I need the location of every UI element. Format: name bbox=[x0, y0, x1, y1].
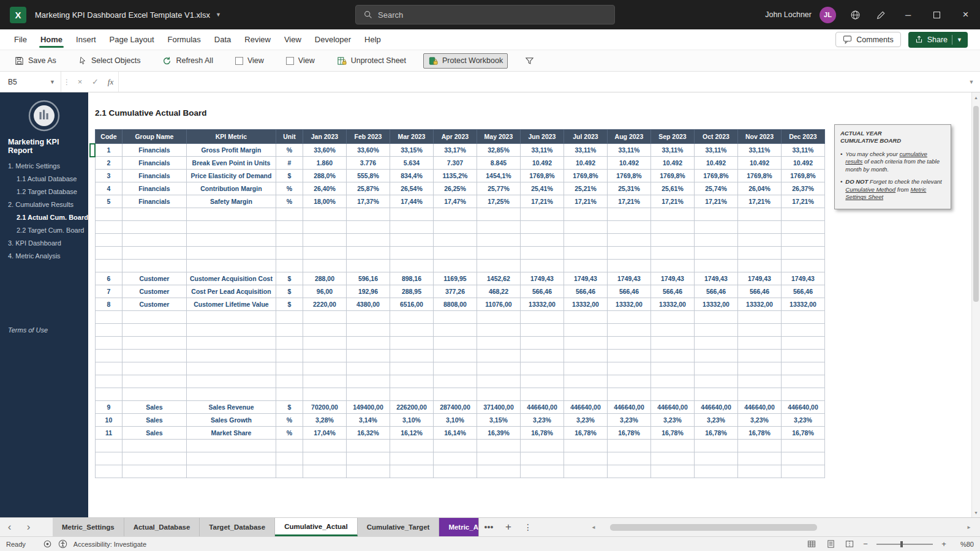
cell[interactable] bbox=[477, 465, 520, 478]
cell[interactable]: $ bbox=[276, 401, 303, 414]
cell[interactable] bbox=[390, 388, 433, 401]
sheet-tab-target-database[interactable]: Target_Database bbox=[200, 518, 275, 536]
cell[interactable] bbox=[564, 440, 607, 452]
zoom-slider[interactable] bbox=[876, 544, 933, 545]
cell[interactable] bbox=[650, 234, 694, 247]
cell[interactable]: 446640,00 bbox=[607, 401, 650, 414]
cell[interactable] bbox=[564, 375, 607, 388]
scroll-down-icon[interactable]: ▼ bbox=[972, 508, 980, 517]
cell[interactable] bbox=[95, 260, 122, 272]
cell[interactable] bbox=[781, 350, 824, 362]
cell[interactable] bbox=[477, 375, 520, 388]
cell[interactable] bbox=[781, 208, 824, 221]
cell[interactable]: Sales Growth bbox=[186, 414, 276, 427]
cell[interactable] bbox=[95, 247, 122, 260]
cell[interactable]: % bbox=[276, 182, 303, 195]
cell[interactable]: 287400,00 bbox=[433, 401, 477, 414]
cell[interactable] bbox=[737, 247, 781, 260]
cell[interactable]: 17,37% bbox=[346, 195, 390, 208]
vertical-scroll-track[interactable] bbox=[972, 102, 980, 508]
cell[interactable] bbox=[694, 362, 737, 375]
cell[interactable]: 17,21% bbox=[520, 195, 564, 208]
cell[interactable]: 13332,00 bbox=[520, 298, 564, 311]
cell[interactable]: 1769,8% bbox=[781, 170, 824, 182]
cell[interactable] bbox=[564, 350, 607, 362]
cell[interactable] bbox=[276, 388, 303, 401]
cell[interactable] bbox=[346, 311, 390, 324]
cell[interactable]: 8.845 bbox=[477, 157, 520, 170]
cell[interactable]: 26,25% bbox=[433, 182, 477, 195]
chevron-down-icon[interactable]: ▼ bbox=[216, 12, 221, 18]
cell[interactable] bbox=[650, 465, 694, 478]
cell[interactable] bbox=[607, 324, 650, 337]
cell[interactable] bbox=[186, 452, 276, 465]
cell[interactable] bbox=[346, 350, 390, 362]
cell[interactable]: Gross Profit Margin bbox=[186, 144, 276, 157]
cell[interactable] bbox=[737, 311, 781, 324]
cell[interactable]: 1749,43 bbox=[781, 272, 824, 285]
cell[interactable]: 16,78% bbox=[607, 427, 650, 440]
cell[interactable]: 468,22 bbox=[477, 285, 520, 298]
cell[interactable] bbox=[303, 260, 346, 272]
cell[interactable] bbox=[737, 452, 781, 465]
cell[interactable]: 1135,2% bbox=[433, 170, 477, 182]
cell[interactable]: 10.492 bbox=[737, 157, 781, 170]
cell[interactable] bbox=[520, 324, 564, 337]
cell[interactable] bbox=[122, 260, 186, 272]
cell[interactable] bbox=[607, 452, 650, 465]
cell[interactable] bbox=[694, 324, 737, 337]
sheet-tab-actual-database[interactable]: Actual_Database bbox=[124, 518, 200, 536]
enter-button[interactable]: ✓ bbox=[88, 72, 103, 92]
horizontal-scroll-thumb[interactable] bbox=[610, 524, 817, 531]
menu-tab-data[interactable]: Data bbox=[208, 31, 238, 48]
page-break-view-button[interactable] bbox=[843, 538, 856, 550]
cell[interactable]: 566,46 bbox=[520, 285, 564, 298]
cell[interactable]: Sales Revenue bbox=[186, 401, 276, 414]
cell[interactable] bbox=[607, 350, 650, 362]
cell[interactable] bbox=[781, 465, 824, 478]
cell[interactable]: 226200,00 bbox=[390, 401, 433, 414]
insert-function-button[interactable]: fx bbox=[103, 72, 118, 92]
cell[interactable]: 5.634 bbox=[390, 157, 433, 170]
cell[interactable] bbox=[186, 221, 276, 234]
cell[interactable]: 7.307 bbox=[433, 157, 477, 170]
cell[interactable]: 288,00 bbox=[303, 272, 346, 285]
cell[interactable] bbox=[520, 350, 564, 362]
formula-input[interactable] bbox=[118, 72, 963, 92]
refresh-all-button[interactable]: Refresh All bbox=[157, 53, 217, 69]
cell[interactable] bbox=[477, 311, 520, 324]
cell[interactable] bbox=[564, 260, 607, 272]
cell[interactable]: 16,12% bbox=[390, 427, 433, 440]
cell[interactable]: 26,54% bbox=[390, 182, 433, 195]
cell[interactable] bbox=[607, 260, 650, 272]
sidebar-item-2-cumulative-results[interactable]: 2. Cumulative Results bbox=[0, 198, 88, 211]
maximize-button[interactable] bbox=[922, 0, 951, 29]
cell[interactable]: 1749,43 bbox=[737, 272, 781, 285]
cell[interactable] bbox=[186, 234, 276, 247]
cell[interactable]: 33,60% bbox=[303, 144, 346, 157]
cell[interactable]: 3,23% bbox=[520, 414, 564, 427]
cell[interactable]: 33,11% bbox=[607, 144, 650, 157]
cell[interactable]: 32,85% bbox=[477, 144, 520, 157]
cell[interactable] bbox=[564, 208, 607, 221]
sheet-options-kebab-icon[interactable]: ⋮ bbox=[518, 518, 538, 536]
cell[interactable]: 192,96 bbox=[346, 285, 390, 298]
cell[interactable]: Financials bbox=[122, 170, 186, 182]
cell[interactable]: 33,11% bbox=[737, 144, 781, 157]
cell[interactable]: 446640,00 bbox=[781, 401, 824, 414]
cell[interactable]: 2 bbox=[95, 157, 122, 170]
cell[interactable]: 1749,43 bbox=[694, 272, 737, 285]
cell[interactable] bbox=[303, 234, 346, 247]
cell[interactable] bbox=[520, 440, 564, 452]
cell[interactable] bbox=[650, 260, 694, 272]
cell[interactable] bbox=[781, 247, 824, 260]
cell[interactable] bbox=[276, 234, 303, 247]
cell[interactable]: 377,26 bbox=[433, 285, 477, 298]
cell[interactable] bbox=[433, 440, 477, 452]
cell[interactable] bbox=[607, 465, 650, 478]
hscroll-right-icon[interactable]: ► bbox=[965, 525, 973, 530]
cell[interactable]: 566,46 bbox=[737, 285, 781, 298]
cell[interactable] bbox=[346, 337, 390, 350]
cell[interactable] bbox=[276, 362, 303, 375]
sidebar-item-1-metric-settings[interactable]: 1. Metric Settings bbox=[0, 160, 88, 173]
